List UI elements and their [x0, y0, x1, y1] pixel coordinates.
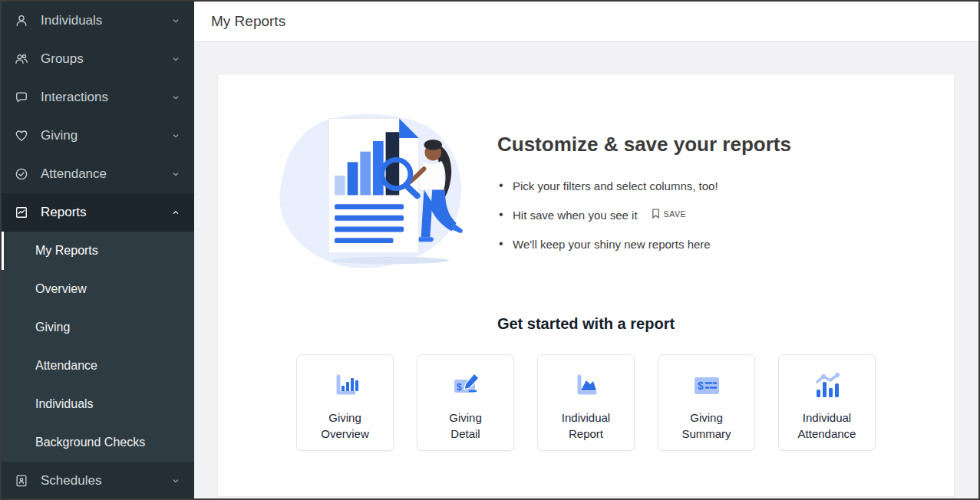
badge-person-icon	[14, 473, 29, 488]
sidebar-item-schedules[interactable]: Schedules	[2, 462, 194, 500]
bullet-item: Hit save when you see itSAVE	[497, 209, 866, 222]
bar-chart-icon	[328, 367, 362, 404]
report-tile-label: Giving Detail	[437, 410, 495, 442]
sidebar-subitem-my-reports[interactable]: My Reports	[2, 232, 194, 270]
report-tiles: Giving Overview $ Giving Detail	[218, 354, 954, 451]
page-title: My Reports	[211, 13, 285, 30]
reports-submenu: My Reports Overview Giving Attendance In…	[2, 232, 194, 462]
hero-heading: Customize & save your reports	[497, 133, 866, 156]
report-tile-label: Individual Attendance	[798, 410, 856, 442]
bullet-item: Pick your filters and select columns, to…	[497, 179, 866, 192]
heart-icon	[14, 128, 29, 143]
sidebar-item-reports[interactable]: Reports	[2, 193, 194, 232]
trend-bars-icon	[810, 367, 844, 404]
chevron-down-icon	[170, 15, 182, 27]
chevron-down-icon	[170, 91, 182, 104]
bookmark-icon	[652, 209, 660, 219]
sidebar: Individuals Groups Interactions Giving	[2, 2, 194, 498]
chevron-down-icon	[170, 130, 182, 142]
chevron-down-icon	[170, 168, 182, 180]
my-reports-card: Customize & save your reports Pick your …	[217, 74, 955, 497]
report-tile-label: Individual Report	[557, 410, 615, 442]
content-area: Customize & save your reports Pick your …	[194, 74, 978, 500]
report-tile-giving-detail[interactable]: $ Giving Detail	[417, 354, 514, 451]
chevron-up-icon	[170, 206, 182, 219]
sidebar-item-giving[interactable]: Giving	[2, 117, 194, 155]
sidebar-item-label: Groups	[41, 51, 84, 67]
check-circle-icon	[14, 166, 29, 182]
sidebar-item-label: Schedules	[41, 473, 101, 488]
subitem-label: Giving	[35, 321, 70, 334]
report-tile-giving-overview[interactable]: Giving Overview	[296, 354, 394, 451]
sidebar-item-individuals[interactable]: Individuals	[2, 2, 194, 40]
report-tile-individual-report[interactable]: Individual Report	[537, 354, 635, 451]
sidebar-item-groups[interactable]: Groups	[2, 40, 194, 78]
reports-illustration	[269, 105, 474, 281]
sidebar-item-label: Attendance	[41, 166, 107, 182]
bullet-item: We'll keep your shiny new reports here	[497, 238, 866, 251]
report-tile-label: Giving Summary	[678, 410, 736, 442]
get-started-heading: Get started with a report	[218, 315, 954, 333]
sidebar-item-label: Interactions	[41, 90, 108, 105]
save-tag: SAVE	[652, 209, 687, 219]
report-tile-giving-summary[interactable]: $ Giving Summary	[658, 354, 755, 451]
chat-bubble-icon	[14, 90, 29, 105]
subitem-label: Attendance	[35, 359, 97, 373]
subitem-label: Background Checks	[35, 436, 145, 449]
check-pencil-icon: $	[449, 367, 483, 404]
sidebar-item-label: Reports	[41, 205, 87, 220]
dollar-check-icon: $	[690, 367, 724, 404]
sidebar-subitem-giving[interactable]: Giving	[2, 308, 194, 347]
area-chart-icon	[569, 367, 603, 404]
sidebar-item-attendance[interactable]: Attendance	[2, 155, 194, 193]
sidebar-item-label: Individuals	[41, 13, 102, 28]
svg-text:$: $	[698, 380, 704, 392]
hero-text: Customize & save your reports Pick your …	[497, 105, 866, 281]
sidebar-item-label: Giving	[41, 128, 78, 143]
sidebar-subitem-individuals[interactable]: Individuals	[2, 385, 194, 423]
page-header: My Reports	[194, 2, 978, 42]
person-icon	[14, 13, 29, 28]
sidebar-item-interactions[interactable]: Interactions	[2, 78, 194, 117]
sidebar-subitem-background-checks[interactable]: Background Checks	[2, 423, 194, 462]
subitem-label: Individuals	[35, 397, 94, 411]
subitem-label: Overview	[35, 282, 87, 296]
report-tile-label: Giving Overview	[316, 410, 375, 442]
hero-bullet-list: Pick your filters and select columns, to…	[497, 179, 866, 251]
chevron-down-icon	[170, 53, 182, 65]
report-tile-individual-attendance[interactable]: Individual Attendance	[778, 354, 876, 451]
subitem-label: My Reports	[35, 244, 98, 258]
main-area: My Reports	[194, 2, 978, 498]
chart-box-icon	[14, 205, 29, 220]
svg-text:$: $	[457, 382, 462, 393]
chevron-down-icon	[170, 475, 182, 487]
sidebar-subitem-attendance[interactable]: Attendance	[2, 347, 194, 385]
people-icon	[14, 51, 29, 67]
hero-section: Customize & save your reports Pick your …	[218, 74, 954, 281]
sidebar-subitem-overview[interactable]: Overview	[2, 270, 194, 308]
